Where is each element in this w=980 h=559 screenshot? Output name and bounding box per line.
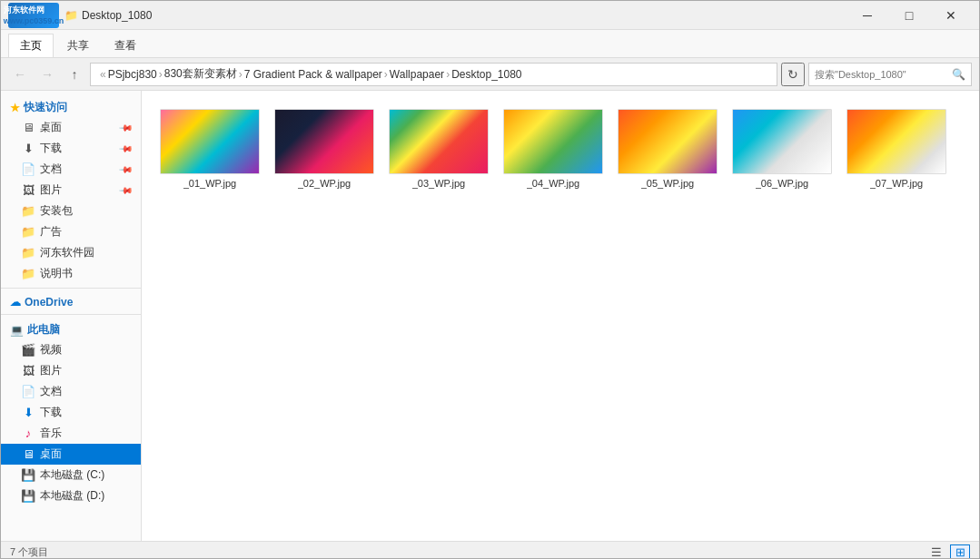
pin-icon: 📌 <box>119 182 134 197</box>
sidebar-item-ad[interactable]: 📁 广告 <box>1 221 141 242</box>
file-name: _06_WP.jpg <box>756 178 809 189</box>
title-bar: 河东软件网 www.pc0359.cn 📁 Desktop_1080 ─ □ ✕ <box>1 1 979 30</box>
sidebar-divider-2 <box>1 314 141 315</box>
sidebar-item-videos[interactable]: 🎬 视频 <box>1 339 141 360</box>
sidebar-label: 视频 <box>40 342 62 358</box>
docs-icon: 📄 <box>21 385 35 398</box>
sidebar-item-pictures[interactable]: 🖼 图片 <box>1 360 141 381</box>
sidebar: ★ 快速访问 🖥 桌面 📌 ⬇ 下载 📌 📄 文档 📌 🖼 图片 📌 📁 安装包 <box>1 91 142 541</box>
sidebar-item-music[interactable]: ♪ 音乐 <box>1 423 141 444</box>
minimize-button[interactable]: ─ <box>846 1 888 30</box>
drive-icon: 💾 <box>21 468 35 482</box>
sidebar-label: 文档 <box>40 162 62 177</box>
path-part-5: Desktop_1080 <box>451 68 521 81</box>
file-thumbnail <box>618 109 718 174</box>
file-item[interactable]: _04_WP.jpg <box>503 105 603 192</box>
file-item[interactable]: _05_WP.jpg <box>618 105 718 192</box>
ribbon: 主页 共享 查看 <box>1 30 979 58</box>
file-name: _02_WP.jpg <box>298 178 351 189</box>
folder-icon: 📁 <box>21 246 35 260</box>
folder-icon: 📁 <box>21 225 35 239</box>
path-part-3: 7 Gradient Pack & wallpaper <box>244 68 382 81</box>
sidebar-item-desktop[interactable]: 🖥 桌面 <box>1 444 141 465</box>
sidebar-label: 下载 <box>40 405 62 420</box>
folder-icon: 📁 <box>21 204 35 218</box>
maximize-button[interactable]: □ <box>888 1 930 30</box>
sidebar-item-install[interactable]: 📁 安装包 <box>1 201 141 221</box>
sidebar-label: 广告 <box>40 224 62 240</box>
download-icon: ⬇ <box>21 142 35 155</box>
file-thumbnail <box>160 109 260 174</box>
sidebar-label: 说明书 <box>40 266 73 281</box>
sidebar-label: 桌面 <box>40 120 62 135</box>
sidebar-label: 下载 <box>40 141 62 156</box>
sidebar-label: 河东软件园 <box>40 245 94 260</box>
title-bar-title: 📁 Desktop_1080 <box>64 9 846 22</box>
file-thumbnail <box>503 109 603 174</box>
star-icon: ★ <box>10 102 20 114</box>
sidebar-item-readme[interactable]: 📁 说明书 <box>1 263 141 284</box>
search-box[interactable]: 🔍 <box>808 63 972 86</box>
address-bar: ← → ↑ « PSjbcj830 › 830套新变素材 › 7 Gradien… <box>1 58 979 91</box>
refresh-button[interactable]: ↻ <box>781 63 805 86</box>
sidebar-label: 安装包 <box>40 203 73 219</box>
path-part-2: 830套新变素材 <box>164 66 237 82</box>
file-item[interactable]: _03_WP.jpg <box>389 105 489 192</box>
sidebar-item-desktop-quick[interactable]: 🖥 桌面 📌 <box>1 117 141 138</box>
sidebar-item-documents[interactable]: 📄 文档 <box>1 381 141 402</box>
close-button[interactable]: ✕ <box>930 1 972 30</box>
pin-icon: 📌 <box>119 162 134 176</box>
file-thumbnail <box>274 109 374 174</box>
pin-icon: 📌 <box>119 120 134 134</box>
computer-icon: 💻 <box>10 324 24 337</box>
forward-button[interactable]: → <box>35 63 59 86</box>
sidebar-item-pictures-quick[interactable]: 🖼 图片 📌 <box>1 180 141 201</box>
drive-icon: 💾 <box>21 489 35 503</box>
tab-home[interactable]: 主页 <box>8 34 54 57</box>
onedrive-icon: ☁ <box>10 296 21 309</box>
file-name: _04_WP.jpg <box>527 178 580 189</box>
address-path[interactable]: « PSjbcj830 › 830套新变素材 › 7 Gradient Pack… <box>90 63 777 86</box>
file-thumbnail <box>389 109 489 174</box>
pin-icon: 📌 <box>119 141 134 155</box>
tab-share[interactable]: 共享 <box>55 34 101 57</box>
title-bar-controls: ─ □ ✕ <box>846 1 972 30</box>
search-input[interactable] <box>815 69 948 80</box>
docs-icon: 📄 <box>21 162 35 176</box>
file-item[interactable]: _02_WP.jpg <box>274 105 374 192</box>
download-icon: ⬇ <box>21 406 35 419</box>
status-right: ☰ ⊞ <box>926 544 970 560</box>
file-name: _03_WP.jpg <box>412 178 466 189</box>
folder-icon: 📁 <box>21 267 35 280</box>
file-item[interactable]: _07_WP.jpg <box>846 105 946 192</box>
onedrive-header[interactable]: ☁ OneDrive <box>1 292 141 310</box>
sidebar-item-drive-c[interactable]: 💾 本地磁盘 (C:) <box>1 465 141 485</box>
content-area: _01_WP.jpg_02_WP.jpg_03_WP.jpg_04_WP.jpg… <box>142 91 979 541</box>
sidebar-item-downloads-quick[interactable]: ⬇ 下载 📌 <box>1 138 141 159</box>
sidebar-label: 图片 <box>40 363 62 378</box>
thispc-header[interactable]: 💻 此电脑 <box>1 319 141 339</box>
back-button[interactable]: ← <box>8 63 32 86</box>
ribbon-tabs: 主页 共享 查看 <box>8 34 972 57</box>
item-count: 7 个项目 <box>10 545 48 559</box>
sidebar-label: 本地磁盘 (C:) <box>40 467 104 483</box>
search-icon: 🔍 <box>952 68 965 81</box>
file-item[interactable]: _01_WP.jpg <box>160 105 260 192</box>
sidebar-item-docs-quick[interactable]: 📄 文档 📌 <box>1 159 141 180</box>
pictures-icon: 🖼 <box>21 183 35 197</box>
file-grid: _01_WP.jpg_02_WP.jpg_03_WP.jpg_04_WP.jpg… <box>160 105 961 192</box>
file-name: _01_WP.jpg <box>183 178 237 189</box>
sidebar-item-hdsoft[interactable]: 📁 河东软件园 <box>1 242 141 263</box>
path-part-1: PSjbcj830 <box>108 68 157 81</box>
up-button[interactable]: ↑ <box>63 63 86 86</box>
sidebar-label: 桌面 <box>40 446 62 462</box>
thumbnail-view-button[interactable]: ⊞ <box>950 544 970 560</box>
sidebar-item-drive-d[interactable]: 💾 本地磁盘 (D:) <box>1 485 141 506</box>
file-item[interactable]: _06_WP.jpg <box>732 105 832 192</box>
sidebar-label: 音乐 <box>40 426 62 441</box>
file-thumbnail <box>732 109 832 174</box>
sidebar-item-downloads[interactable]: ⬇ 下载 <box>1 402 141 423</box>
details-view-button[interactable]: ☰ <box>926 544 946 560</box>
tab-view[interactable]: 查看 <box>103 34 148 57</box>
desktop-icon: 🖥 <box>21 447 35 461</box>
